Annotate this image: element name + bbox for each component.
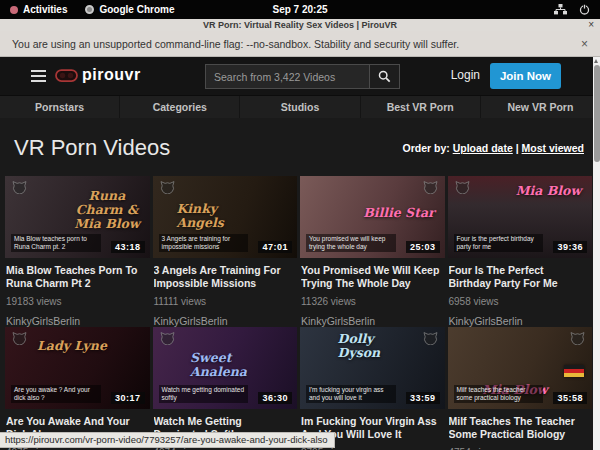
- status-url-tooltip: https://pirouvr.com/vr-porn-video/779325…: [0, 432, 335, 448]
- thumbnail-caption: Watch me getting dominated softly: [159, 385, 249, 403]
- nav-item-new-vr-porn[interactable]: New VR Porn: [480, 96, 600, 118]
- order-by-upload-date-link[interactable]: Upload date: [453, 142, 513, 154]
- studio-cat-mask-icon: [12, 181, 27, 194]
- warning-infobar: You are using an unsupported command-lin…: [0, 31, 600, 57]
- scrollbar-up-arrow-icon[interactable]: [594, 59, 598, 63]
- nav-item-best-vr-porn[interactable]: Best VR Porn: [360, 96, 480, 118]
- video-studio-link[interactable]: KinkyGirlsBerlin: [154, 315, 298, 327]
- order-by-most-viewed-link[interactable]: Most viewed: [522, 142, 584, 154]
- video-thumbnail[interactable]: Mia Blow Four is the perfect birthday pa…: [448, 176, 593, 258]
- duration-badge: 43:18: [111, 241, 145, 253]
- thumbnail-caption: You promised we will keep trying the who…: [306, 234, 396, 252]
- thumbnail-overlay-title: Sweet Analena: [190, 351, 265, 379]
- duration-badge: 35:58: [553, 392, 587, 404]
- studio-cat-mask-icon: [455, 181, 470, 194]
- studio-cat-mask-icon: [423, 332, 438, 345]
- video-title[interactable]: Milf Teaches The Teacher Some Practical …: [449, 415, 590, 441]
- scrollbar[interactable]: [593, 57, 600, 450]
- warning-text: You are using an unsupported command-lin…: [12, 38, 459, 50]
- nav-item-categories[interactable]: Categories: [119, 96, 239, 118]
- window-close-icon[interactable]: ×: [588, 19, 594, 31]
- thumbnail-overlay-title: Kinky Angels: [177, 202, 252, 230]
- video-views: 11326 views: [301, 296, 445, 307]
- video-card: Runa Charm & Mia Blow Mia Blow teaches p…: [5, 176, 150, 327]
- video-card: Kinky Angels 3 Angels are training for i…: [153, 176, 298, 327]
- system-top-bar: Activities Google Chrome Sep 7 20:25: [0, 0, 600, 19]
- duration-badge: 25:03: [406, 241, 440, 253]
- thumbnail-overlay-title: Dolly Dyson: [338, 332, 413, 360]
- video-thumbnail[interactable]: Lady Lyne Are you awake ? And your dick …: [5, 327, 150, 409]
- video-views: 6958 views: [449, 296, 593, 307]
- video-card: Mia Blow Milf teaches the teacher some p…: [448, 327, 593, 450]
- chrome-app-menu[interactable]: Google Chrome: [85, 4, 174, 15]
- search-button[interactable]: [369, 64, 400, 89]
- site-logo[interactable]: pirouvr: [55, 66, 141, 84]
- search-input[interactable]: [205, 64, 369, 89]
- activities-button[interactable]: Activities: [10, 4, 67, 15]
- thumbnail-overlay-title: Billie Star: [361, 206, 436, 220]
- video-thumbnail[interactable]: Dolly Dyson I'm fucking your virgin ass …: [300, 327, 445, 409]
- video-thumbnail[interactable]: Mia Blow Milf teaches the teacher some p…: [448, 327, 593, 409]
- thumbnail-caption: Are you awake ? And your dick also ?: [11, 385, 101, 403]
- window-title: VR Porn: Virtual Reality Sex Videos | Pi…: [203, 20, 397, 30]
- video-studio-link[interactable]: KinkyGirlsBerlin: [449, 315, 593, 327]
- thumbnail-overlay-title: Lady Lyne: [37, 339, 112, 353]
- thumbnail-overlay-title: Mia Blow: [511, 184, 586, 198]
- thumbnail-caption: Mia Blow teaches porn to Runa Charm pt. …: [11, 234, 101, 252]
- duration-badge: 36:30: [258, 392, 292, 404]
- thumbnail-overlay-title: Runa Charm & Mia Blow: [69, 189, 144, 231]
- studio-cat-mask-icon: [160, 181, 175, 194]
- studio-cat-mask-icon: [160, 332, 175, 345]
- site-header: pirouvr Login Join Now: [0, 57, 600, 95]
- login-link[interactable]: Login: [451, 68, 480, 82]
- german-flag-icon: [564, 365, 584, 377]
- nav-item-studios[interactable]: Studios: [239, 96, 359, 118]
- studio-cat-mask-icon: [423, 181, 438, 194]
- activities-dot-icon: [10, 6, 18, 14]
- scrollbar-thumb[interactable]: [594, 65, 600, 162]
- studio-cat-mask-icon: [570, 332, 585, 345]
- duration-badge: 39:36: [553, 241, 587, 253]
- activities-label: Activities: [23, 4, 67, 15]
- logo-text: pirouvr: [82, 66, 141, 84]
- video-title[interactable]: 3 Angels Are Training For Impossible Mis…: [154, 264, 295, 290]
- video-views: 11111 views: [154, 296, 298, 307]
- window-title-bar: VR Porn: Virtual Reality Sex Videos | Pi…: [0, 19, 600, 31]
- video-title[interactable]: Mia Blow Teaches Porn To Runa Charm Pt 2: [6, 264, 147, 290]
- video-thumbnail[interactable]: Runa Charm & Mia Blow Mia Blow teaches p…: [5, 176, 150, 258]
- duration-badge: 30:17: [111, 392, 145, 404]
- page-title: VR Porn Videos: [14, 135, 170, 161]
- video-title[interactable]: You Promised We Will Keep Trying The Who…: [301, 264, 442, 290]
- duration-badge: 47:01: [258, 241, 292, 253]
- video-thumbnail[interactable]: Sweet Analena Watch me getting dominated…: [153, 327, 298, 409]
- thumbnail-caption: I'm fucking your virgin ass and you will…: [306, 385, 396, 403]
- page-viewport: pirouvr Login Join Now Pornstars Categor…: [0, 57, 600, 450]
- main-nav: Pornstars Categories Studios Best VR Por…: [0, 95, 600, 118]
- power-icon[interactable]: [579, 4, 590, 15]
- video-title[interactable]: Four Is The Perfect Birthday Party For M…: [449, 264, 590, 290]
- network-icon[interactable]: [554, 4, 567, 15]
- duration-badge: 33:59: [406, 392, 440, 404]
- thumbnail-caption: 3 Angels are training for impossible mis…: [159, 234, 249, 252]
- video-studio-link[interactable]: KinkyGirlsBerlin: [6, 315, 150, 327]
- order-by-separator: |: [516, 142, 519, 154]
- video-studio-link[interactable]: KinkyGirlsBerlin: [301, 315, 445, 327]
- studio-cat-mask-icon: [12, 332, 27, 345]
- order-by-controls: Order by: Upload date | Most viewed: [402, 142, 584, 154]
- thumbnail-caption: Four is the perfect birthday party for m…: [454, 234, 544, 252]
- hamburger-menu-icon[interactable]: [31, 70, 46, 85]
- chrome-icon: [85, 5, 94, 14]
- video-thumbnail[interactable]: Kinky Angels 3 Angels are training for i…: [153, 176, 298, 258]
- video-grid: Runa Charm & Mia Blow Mia Blow teaches p…: [0, 176, 600, 450]
- video-thumbnail[interactable]: Billie Star You promised we will keep tr…: [300, 176, 445, 258]
- order-by-label: Order by:: [402, 142, 449, 154]
- warning-close-icon[interactable]: ×: [581, 37, 588, 51]
- thumbnail-caption: Milf teaches the teacher some practical …: [454, 385, 544, 403]
- search-icon: [378, 70, 391, 83]
- video-card: Mia Blow Four is the perfect birthday pa…: [448, 176, 593, 327]
- nav-item-pornstars[interactable]: Pornstars: [0, 96, 119, 118]
- join-now-button[interactable]: Join Now: [490, 63, 561, 89]
- vr-goggles-icon: [55, 69, 78, 82]
- search-bar: [205, 64, 400, 89]
- video-views: 19183 views: [6, 296, 150, 307]
